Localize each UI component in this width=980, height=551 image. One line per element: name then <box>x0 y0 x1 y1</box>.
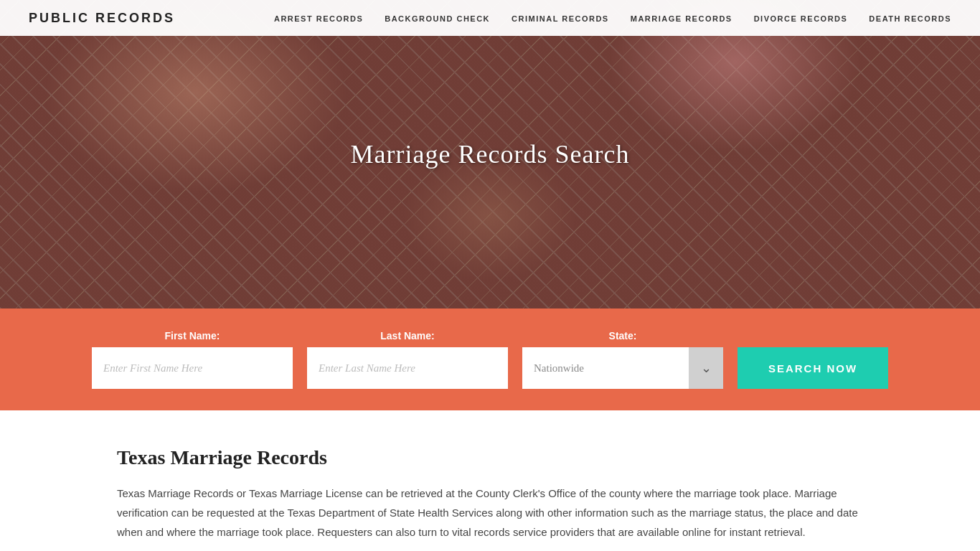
nav-links: ARREST RECORDS BACKGROUND CHECK CRIMINAL… <box>274 11 951 24</box>
site-logo[interactable]: PUBLIC RECORDS <box>29 11 175 26</box>
nav-link-arrest[interactable]: ARREST RECORDS <box>274 14 363 23</box>
nav-link-death[interactable]: DEATH RECORDS <box>869 14 951 23</box>
nav-link-divorce[interactable]: DIVORCE RECORDS <box>754 14 848 23</box>
nav-item-background: BACKGROUND CHECK <box>385 11 490 24</box>
nav-item-criminal: CRIMINAL RECORDS <box>512 11 609 24</box>
search-now-button[interactable]: SEARCH NOW <box>738 347 888 389</box>
nav-link-background[interactable]: BACKGROUND CHECK <box>385 14 490 23</box>
state-label: State: <box>522 330 723 342</box>
nav-link-criminal[interactable]: CRIMINAL RECORDS <box>512 14 609 23</box>
last-name-input[interactable] <box>307 347 508 389</box>
section-paragraph: Texas Marriage Records or Texas Marriage… <box>117 484 863 542</box>
state-select[interactable]: Nationwide Alabama Alaska Arizona Arkans… <box>522 347 723 389</box>
nav-link-marriage[interactable]: MARRIAGE RECORDS <box>631 14 732 23</box>
nav-item-marriage: MARRIAGE RECORDS <box>631 11 732 24</box>
first-name-label: First Name: <box>92 330 293 342</box>
nav-item-arrest: ARREST RECORDS <box>274 11 363 24</box>
state-field: State: Nationwide Alabama Alaska Arizona… <box>522 330 723 389</box>
nav-item-death: DEATH RECORDS <box>869 11 951 24</box>
nav-item-divorce: DIVORCE RECORDS <box>754 11 848 24</box>
state-select-wrapper: Nationwide Alabama Alaska Arizona Arkans… <box>522 347 723 389</box>
hero-section: Marriage Records Search <box>0 0 980 309</box>
first-name-field: First Name: <box>92 330 293 389</box>
search-section: First Name: Last Name: State: Nationwide… <box>0 309 980 410</box>
last-name-field: Last Name: <box>307 330 508 389</box>
section-heading: Texas Marriage Records <box>117 446 863 469</box>
first-name-input[interactable] <box>92 347 293 389</box>
hero-title: Marriage Records Search <box>351 139 630 169</box>
navigation: PUBLIC RECORDS ARREST RECORDS BACKGROUND… <box>0 0 980 36</box>
last-name-label: Last Name: <box>307 330 508 342</box>
main-content: Texas Marriage Records Texas Marriage Re… <box>60 410 920 551</box>
